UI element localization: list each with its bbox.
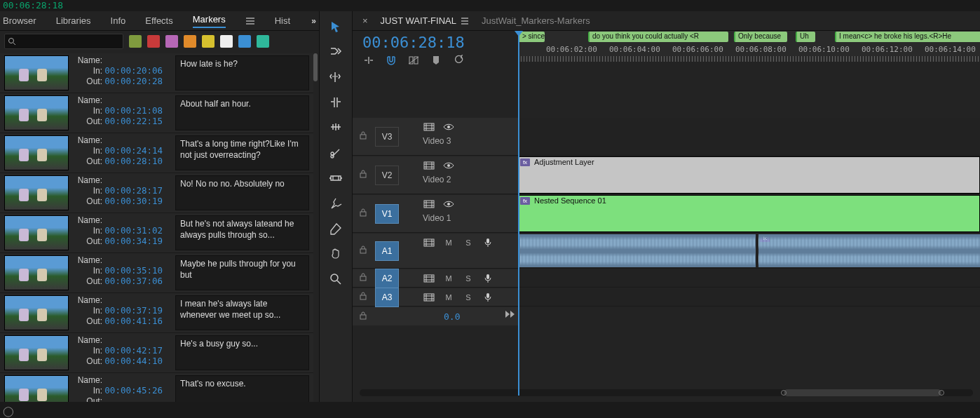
lock-icon[interactable] xyxy=(353,208,374,219)
h-scroll-handle-right[interactable] xyxy=(939,390,944,396)
selection-tool[interactable] xyxy=(327,20,344,34)
track-forward-tool[interactable] xyxy=(327,45,344,59)
marker-row[interactable]: Name: In: 00:00:31:02Out: 00:00:34:19But… xyxy=(0,213,313,253)
film-icon[interactable] xyxy=(423,121,435,133)
marker-row[interactable]: Name: In: 00:00:35:10Out: 00:00:37:06May… xyxy=(0,253,313,293)
audio-track-body-A2[interactable] xyxy=(518,269,980,288)
color-swatch-1[interactable] xyxy=(147,35,160,48)
sequence-tab-inactive[interactable]: JustWait_Markers-Markers xyxy=(482,15,590,26)
audio-clip[interactable] xyxy=(518,234,756,268)
eye-icon[interactable] xyxy=(442,159,455,172)
skip-icon[interactable] xyxy=(504,309,515,321)
eye-icon[interactable] xyxy=(442,198,455,210)
h-scroll-handle-left[interactable] xyxy=(781,390,787,396)
marker-comment[interactable]: But he's not always lateand he always pu… xyxy=(175,215,309,250)
marker-comment[interactable]: I mean he's always late whenever we meet… xyxy=(175,295,309,330)
film-icon[interactable] xyxy=(423,236,435,249)
track-target-V3[interactable]: V3 xyxy=(375,127,399,147)
video-track-header-V2[interactable]: V2Video 2 xyxy=(353,156,518,194)
marker-thumbnail[interactable] xyxy=(4,175,69,210)
marker-row[interactable]: Name: In: 00:00:20:06Out: 00:00:20:28How… xyxy=(0,53,313,93)
timeline-marker[interactable]: do you think you could actually <R xyxy=(588,32,728,42)
film-icon[interactable] xyxy=(423,272,435,285)
tab-libraries[interactable]: Libraries xyxy=(56,15,91,26)
marker-thumbnail[interactable] xyxy=(4,375,69,402)
marker-row[interactable]: Name: In: 00:00:37:19Out: 00:00:41:16I m… xyxy=(0,293,313,333)
sequence-tab-active[interactable]: JUST WAIT-FINAL xyxy=(381,15,469,26)
marker-comment[interactable]: No! No no no. Absolutely no xyxy=(175,175,309,210)
solo-toggle[interactable]: S xyxy=(462,272,475,285)
marker-thumbnail[interactable] xyxy=(4,55,69,90)
mute-toggle[interactable]: M xyxy=(442,236,455,249)
marker-comment[interactable]: That's a long time right?Like I'm not ju… xyxy=(175,135,309,170)
audio-track-body-A3[interactable] xyxy=(518,288,980,306)
marker-thumbnail[interactable] xyxy=(4,215,69,250)
marker-search-field[interactable] xyxy=(18,36,120,46)
tab-markers[interactable]: Markers xyxy=(193,14,226,28)
marker-comment[interactable]: That's no excuse. xyxy=(175,375,309,402)
mic-icon[interactable] xyxy=(482,291,494,304)
audio-track-header-A2[interactable]: A2MS xyxy=(353,269,518,288)
rate-stretch-tool[interactable] xyxy=(327,121,344,135)
clip[interactable]: fxNested Sequence 01 xyxy=(518,195,980,232)
marker-comment[interactable]: Maybe he pulls through for you but xyxy=(175,255,309,290)
h-scroll-thumb[interactable] xyxy=(784,389,941,396)
marker-thumbnail[interactable] xyxy=(4,135,69,170)
close-sequence-icon[interactable]: × xyxy=(362,15,368,26)
audio-clip[interactable]: fx xyxy=(758,234,980,268)
color-swatch-2[interactable] xyxy=(165,35,178,48)
clip[interactable]: fxAdjustment Layer xyxy=(518,156,980,194)
timeline-h-scrollbar[interactable] xyxy=(360,389,973,396)
marker-thumbnail[interactable] xyxy=(4,95,69,130)
marker-row[interactable]: Name: In: 00:00:45:26Out: That's no excu… xyxy=(0,373,313,402)
marker-row[interactable]: Name: In: 00:00:24:14Out: 00:00:28:10Tha… xyxy=(0,133,313,173)
ruler-ticks[interactable]: 00:06:02:0000:06:04:0000:06:06:0000:06:0… xyxy=(518,43,980,62)
audio-track-body-A1[interactable]: fx xyxy=(518,234,980,269)
video-track-body-V3[interactable] xyxy=(518,118,980,156)
eye-icon[interactable] xyxy=(442,121,455,133)
marker-comment[interactable]: How late is he? xyxy=(175,55,309,90)
track-target-A3[interactable]: A3 xyxy=(375,288,399,307)
timeline-marker-strip[interactable]: > sincedo you think you could actually <… xyxy=(518,31,980,43)
track-target-A1[interactable]: A1 xyxy=(375,241,399,261)
marker-add-icon[interactable] xyxy=(430,54,442,67)
pen-tool[interactable] xyxy=(327,222,344,236)
panel-menu-icon[interactable] xyxy=(245,17,255,25)
marker-comment[interactable]: He's a busy guy so... xyxy=(175,335,309,370)
mic-icon[interactable] xyxy=(482,236,494,249)
solo-toggle[interactable]: S xyxy=(462,291,475,304)
marker-list[interactable]: Name: In: 00:00:20:06Out: 00:00:20:28How… xyxy=(0,53,313,402)
marker-comment[interactable]: About half an hour. xyxy=(175,95,309,130)
video-track-header-V1[interactable]: V1Video 1 xyxy=(353,195,518,233)
tabs-overflow-icon[interactable]: » xyxy=(311,16,316,26)
sequence-menu-icon[interactable] xyxy=(461,18,469,25)
slide-tool[interactable] xyxy=(327,196,344,210)
marker-list-scrollbar[interactable] xyxy=(313,53,318,81)
mute-toggle[interactable]: M xyxy=(442,291,455,304)
lock-icon[interactable] xyxy=(353,292,374,302)
marker-row[interactable]: Name: In: 00:00:28:17Out: 00:00:30:19No!… xyxy=(0,173,313,213)
video-track-body-V2[interactable]: fxAdjustment Layer xyxy=(518,156,980,194)
playhead[interactable] xyxy=(518,31,519,396)
color-swatch-0[interactable] xyxy=(129,35,142,48)
insert-mode-icon[interactable] xyxy=(362,54,375,67)
snap-icon[interactable] xyxy=(385,54,397,67)
color-swatch-5[interactable] xyxy=(220,35,233,48)
fx-badge-icon[interactable]: fx xyxy=(520,159,530,166)
razor-tool[interactable] xyxy=(327,146,344,160)
color-swatch-4[interactable] xyxy=(202,35,215,48)
lock-icon[interactable] xyxy=(353,170,374,180)
timeline-marker[interactable]: Uh xyxy=(796,32,815,42)
audio-track-header-A3[interactable]: A3MS xyxy=(353,288,518,306)
tab-browser[interactable]: Browser xyxy=(3,15,36,26)
linked-selection-icon[interactable] xyxy=(407,54,420,67)
time-ruler[interactable]: > sincedo you think you could actually <… xyxy=(518,31,980,73)
video-track-header-V3[interactable]: V3Video 3 xyxy=(353,118,518,156)
audio-zoom-value[interactable]: 0.0 xyxy=(444,311,460,322)
track-target-V2[interactable]: V2 xyxy=(375,166,399,185)
lock-icon[interactable] xyxy=(353,273,374,283)
ripple-tool[interactable] xyxy=(327,70,344,84)
track-target-V1[interactable]: V1 xyxy=(375,204,399,224)
solo-toggle[interactable]: S xyxy=(462,236,475,249)
film-icon[interactable] xyxy=(423,291,435,304)
